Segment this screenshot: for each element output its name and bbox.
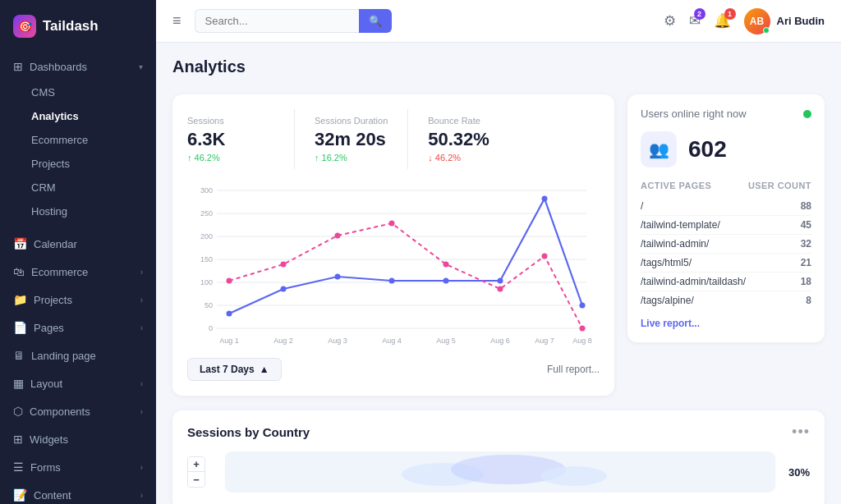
svg-point-25	[389, 278, 395, 284]
sidebar-item-landing[interactable]: 🖥 Landing page	[0, 341, 156, 369]
pages-icon: 📄	[13, 321, 27, 334]
settings-button[interactable]: ⚙	[664, 12, 676, 30]
chevron-icon: ›	[140, 379, 143, 388]
hamburger-icon[interactable]: ≡	[172, 12, 182, 30]
sidebar-item-hosting[interactable]: Hosting	[0, 199, 156, 223]
svg-text:Aug 8: Aug 8	[572, 337, 592, 345]
app-name: Taildash	[43, 18, 99, 34]
dashboards-icon: ⊞	[13, 60, 23, 73]
online-count-row: 👥 602	[641, 131, 811, 167]
sidebar-item-projects[interactable]: 📁 Projects ›	[0, 286, 156, 314]
stat-bounce: Bounce Rate 50.32% ↓ 46.2%	[407, 109, 514, 169]
page-user-count: 88	[801, 200, 811, 212]
page-path: /tailwind-admin/taildash/	[641, 276, 746, 287]
widgets-icon: ⊞	[13, 433, 23, 446]
sidebar-item-calendar[interactable]: 📅 Calendar	[0, 230, 156, 258]
page-path: /	[641, 200, 643, 212]
users-icon: 👥	[641, 131, 677, 167]
svg-point-30	[227, 278, 232, 284]
svg-point-24	[335, 274, 341, 280]
landing-label: Landing page	[31, 350, 96, 362]
svg-text:Aug 5: Aug 5	[436, 337, 456, 345]
active-page-row: /tags/html5/21	[641, 254, 811, 273]
sidebar-item-content[interactable]: 📝 Content ›	[0, 481, 156, 504]
svg-text:250: 250	[200, 209, 213, 218]
svg-point-32	[335, 233, 341, 239]
sessions-title: Sessions by Country	[187, 425, 310, 439]
sidebar-item-components[interactable]: ⬡ Components ›	[0, 397, 156, 425]
active-page-row: /tailwind-template/45	[641, 216, 811, 235]
sidebar-item-ecommerce-sub[interactable]: Ecommerce	[0, 128, 156, 152]
active-page-row: /tailwind-admin/32	[641, 235, 811, 254]
mail-button[interactable]: ✉ 2	[689, 12, 701, 30]
ecommerce-sub-label: Ecommerce	[31, 134, 88, 146]
more-options-button[interactable]: •••	[792, 424, 810, 441]
sidebar: 🎯 Taildash ⊞ Dashboards ▾ CMS Analytics …	[0, 0, 156, 504]
sidebar-item-crm[interactable]: CRM	[0, 176, 156, 199]
active-page-row: /88	[641, 197, 811, 216]
online-count: 602	[688, 136, 727, 163]
landing-icon: 🖥	[13, 349, 25, 362]
period-label: Last 7 Days	[200, 364, 255, 375]
chevron-icon: ›	[140, 323, 143, 332]
svg-point-35	[498, 286, 503, 292]
page-title: Analytics	[172, 57, 825, 76]
calendar-icon: 📅	[13, 237, 27, 250]
svg-point-40	[541, 466, 607, 486]
svg-point-28	[542, 196, 548, 202]
sidebar-item-pages[interactable]: 📄 Pages ›	[0, 314, 156, 341]
online-title: Users online right now	[641, 108, 747, 120]
stats-row: Sessions 6.3K ↑ 46.2% Sessions Duration …	[187, 109, 600, 169]
svg-point-33	[389, 221, 395, 227]
sidebar-item-forms[interactable]: ☰ Forms ›	[0, 453, 156, 481]
content-label: Content	[34, 489, 71, 502]
page-path: /tags/alpine/	[641, 295, 694, 306]
cms-label: CMS	[31, 86, 55, 99]
forms-label: Forms	[30, 461, 61, 474]
svg-point-37	[580, 326, 586, 332]
notifications-button[interactable]: 🔔 1	[714, 12, 731, 30]
live-report-link[interactable]: Live report...	[641, 318, 811, 329]
zoom-out-button[interactable]: −	[188, 472, 205, 487]
app-logo[interactable]: 🎯 Taildash	[0, 0, 156, 53]
ecommerce-icon: 🛍	[13, 265, 25, 278]
svg-text:100: 100	[200, 278, 213, 286]
layout-icon: ▦	[13, 377, 24, 390]
analytics-label: Analytics	[31, 110, 79, 122]
sidebar-item-dashboards[interactable]: ⊞ Dashboards ▾	[0, 53, 156, 80]
svg-text:0: 0	[209, 324, 213, 332]
period-selector[interactable]: Last 7 Days ▲	[187, 358, 282, 381]
analytics-row: Sessions 6.3K ↑ 46.2% Sessions Duration …	[172, 94, 825, 396]
sidebar-item-projects-sub[interactable]: Projects	[0, 152, 156, 176]
svg-text:Aug 1: Aug 1	[219, 337, 239, 345]
ecommerce-label: Ecommerce	[31, 266, 88, 278]
sidebar-item-ecommerce[interactable]: 🛍 Ecommerce ›	[0, 258, 156, 286]
page-user-count: 21	[801, 257, 811, 268]
online-indicator	[763, 27, 770, 34]
bounce-value: 50.32%	[428, 129, 494, 150]
chevron-icon: ›	[140, 407, 143, 416]
user-avatar-button[interactable]: AB Ari Budin	[744, 8, 825, 34]
svg-point-23	[281, 286, 287, 292]
page-user-count: 8	[806, 295, 811, 306]
sidebar-item-widgets[interactable]: ⊞ Widgets	[0, 425, 156, 453]
bell-badge: 1	[724, 8, 736, 20]
sidebar-item-cms[interactable]: CMS	[0, 80, 156, 104]
page-path: /tags/html5/	[641, 257, 692, 268]
stat-duration: Sessions Duration 32m 20s ↑ 16.2%	[294, 109, 407, 169]
svg-point-34	[443, 262, 449, 268]
avatar-initials: AB	[750, 16, 764, 27]
svg-point-27	[498, 278, 503, 284]
sidebar-item-analytics[interactable]: Analytics	[0, 104, 156, 128]
chart-area: 300 250 200 150 100 50 0 Aug 1 Aug 2 Aug…	[187, 182, 600, 350]
search-input[interactable]	[195, 9, 359, 33]
active-pages-header: Active Pages User Count	[641, 181, 811, 190]
search-button[interactable]: 🔍	[359, 9, 392, 33]
full-report-link[interactable]: Full report...	[547, 364, 600, 375]
header-icons: ⚙ ✉ 2 🔔 1 AB Ari Budin	[664, 8, 825, 34]
percent-badge: 30%	[788, 466, 810, 479]
sidebar-item-layout[interactable]: ▦ Layout ›	[0, 369, 156, 397]
period-arrow-icon: ▲	[260, 364, 269, 375]
zoom-in-button[interactable]: +	[188, 457, 205, 472]
duration-change: ↑ 16.2%	[315, 153, 388, 163]
